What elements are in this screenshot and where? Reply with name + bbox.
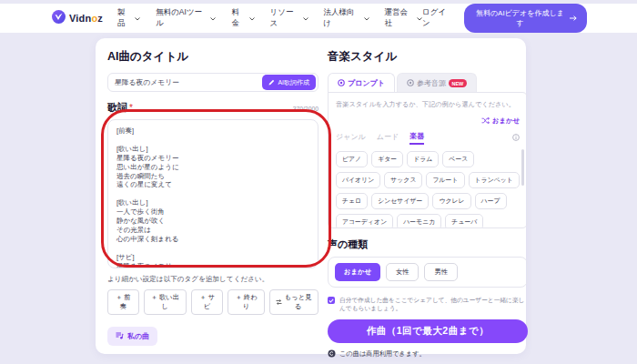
chip-row: チェロ シンセサイザー ウクレレ ハープ bbox=[336, 193, 520, 209]
song-title-input[interactable]: 星降る夜のメモリー AI歌詞作成 bbox=[107, 73, 318, 92]
chip-harmonica[interactable]: ハーモニカ bbox=[397, 214, 441, 228]
style-tabs: プロンプト 参考音源 NEW bbox=[328, 73, 528, 93]
more-tags-button[interactable]: もっと見る bbox=[269, 289, 318, 315]
brand-name: Vidnoz bbox=[69, 13, 103, 24]
nav-item-pricing[interactable]: 料金 bbox=[231, 7, 254, 29]
commercial-use-icon bbox=[328, 349, 336, 359]
voice-option-male[interactable]: 男性 bbox=[424, 263, 458, 281]
chip-violin[interactable]: バイオリン bbox=[336, 172, 380, 188]
nav-item-label: リソース bbox=[270, 7, 300, 29]
chip-tuba[interactable]: チューバ bbox=[445, 214, 483, 228]
random-style-link[interactable]: おまかせ bbox=[336, 116, 520, 126]
compose-button[interactable]: 作曲（1回で最大2曲まで） bbox=[328, 319, 528, 343]
style-column: 音楽スタイル プロンプト 参考音源 NEW 音楽スタイルを入力するか、下記の例か… bbox=[328, 49, 528, 343]
nav-item-label: 無料のAIツール bbox=[156, 7, 207, 29]
playlist-icon bbox=[116, 332, 124, 341]
cta-label: 無料のAIビデオを作成します bbox=[474, 8, 566, 28]
chip-piano[interactable]: ピアノ bbox=[336, 151, 368, 167]
song-title-heading: AI曲のタイトル bbox=[107, 49, 318, 65]
share-checkbox[interactable] bbox=[328, 297, 335, 304]
commercial-note: この曲は商用利用できます。 bbox=[339, 349, 426, 359]
chip-flute[interactable]: フルート bbox=[426, 172, 464, 188]
tag-outro-button[interactable]: ＋ 終わり bbox=[228, 289, 265, 315]
nav-item-label: 運営会社 bbox=[385, 7, 415, 29]
tab-prompt[interactable]: プロンプト bbox=[328, 73, 395, 93]
lyrics-header: 歌詞 * 370/2000 bbox=[107, 101, 318, 115]
nav-item-label: 製品 bbox=[117, 7, 132, 29]
chip-harp[interactable]: ハープ bbox=[475, 193, 507, 209]
music-style-heading: 音楽スタイル bbox=[328, 49, 528, 65]
tag-intro-button[interactable]: ＋ 前奏 bbox=[107, 289, 139, 315]
chevron-down-icon bbox=[210, 14, 216, 23]
tag-chorus-button[interactable]: ＋ サビ bbox=[191, 289, 223, 315]
nav-menu: 製品 無料のAIツール 料金 リソース 法人様向け 運営会社 bbox=[117, 7, 422, 29]
login-link[interactable]: ログイン bbox=[422, 7, 453, 29]
structure-tags: ＋ 前奏 ＋ 歌い出し ＋ サビ ＋ 終わり もっと見る bbox=[107, 289, 318, 315]
tab-prompt-label: プロンプト bbox=[348, 78, 385, 88]
chips-scrollbar[interactable] bbox=[521, 149, 524, 186]
nav-item-label: 法人様向け bbox=[324, 7, 361, 29]
more-tags-label: もっと見る bbox=[284, 293, 312, 311]
tab-instruments[interactable]: 楽器 bbox=[410, 131, 424, 145]
create-ai-video-button[interactable]: 無料のAIビデオを作成します bbox=[464, 4, 587, 33]
chip-row: ピアノ ギター ドラム ベース bbox=[336, 151, 520, 167]
chevron-down-icon bbox=[135, 14, 140, 23]
category-tabs: ジャンル ムード 楽器 bbox=[336, 131, 520, 145]
tab-genre[interactable]: ジャンル bbox=[336, 132, 366, 144]
arrow-right-icon bbox=[570, 15, 577, 23]
lyrics-column: AI曲のタイトル 星降る夜のメモリー AI歌詞作成 歌詞 * 370/2000 … bbox=[107, 49, 318, 343]
style-panel: 音楽スタイルを入力するか、下記の例から選んでください。 おまかせ ジャンル ムー… bbox=[328, 92, 528, 228]
char-counter: 370/2000 bbox=[293, 106, 318, 112]
chevron-down-icon bbox=[249, 14, 255, 23]
lyrics-label: 歌詞 bbox=[107, 101, 127, 115]
lyrics-textarea[interactable]: [前奏] [歌い出し] 星降る夜のメモリー 思い出が星のように 過去の瞬間たち … bbox=[107, 119, 318, 268]
target-dot-icon bbox=[338, 79, 345, 88]
chip-row: アコーディオン ハーモニカ チューバ bbox=[336, 214, 520, 228]
tag-verse-button[interactable]: ＋ 歌い出し bbox=[144, 289, 187, 315]
shuffle-icon bbox=[481, 117, 490, 126]
brand-logo[interactable]: Vidnoz bbox=[52, 10, 103, 27]
nav-item-products[interactable]: 製品 bbox=[117, 7, 140, 29]
share-row: 自分で作成した曲をここでシェアして、他のユーザーと一緒に楽しんでもらいましょう。 bbox=[328, 296, 528, 313]
page: Vidnoz 製品 無料のAIツール 料金 リソース 法人様向け bbox=[0, 0, 637, 364]
nav-item-company[interactable]: 運営会社 bbox=[385, 7, 423, 29]
navbar: Vidnoz 製品 無料のAIツール 料金 リソース 法人様向け bbox=[0, 4, 637, 33]
share-note: 自分で作成した曲をここでシェアして、他のユーザーと一緒に楽しんでもらいましょう。 bbox=[339, 296, 528, 313]
composer-card: AI曲のタイトル 星降る夜のメモリー AI歌詞作成 歌詞 * 370/2000 … bbox=[96, 38, 526, 354]
random-style-label: おまかせ bbox=[492, 116, 520, 126]
chip-trumpet[interactable]: トランペット bbox=[469, 172, 520, 188]
nav-item-business[interactable]: 法人様向け bbox=[324, 7, 369, 29]
nav-right: ログイン 無料のAIビデオを作成します bbox=[422, 4, 587, 33]
new-badge: NEW bbox=[449, 79, 467, 87]
ai-lyrics-button[interactable]: AI歌詞作成 bbox=[262, 75, 316, 90]
vidnoz-logo-icon bbox=[52, 10, 66, 27]
chip-accordion[interactable]: アコーディオン bbox=[336, 214, 393, 228]
nav-item-resources[interactable]: リソース bbox=[270, 7, 308, 29]
tab-reference-label: 参考音源 bbox=[417, 78, 446, 88]
pencil-icon bbox=[268, 79, 275, 86]
ai-lyrics-label: AI歌詞作成 bbox=[278, 78, 309, 87]
voice-option-auto[interactable]: おまかせ bbox=[335, 263, 380, 281]
target-dot-icon bbox=[407, 79, 414, 88]
tab-mood[interactable]: ムード bbox=[377, 132, 399, 144]
chip-bass[interactable]: ベース bbox=[442, 151, 474, 167]
chip-synth[interactable]: シンセサイザー bbox=[371, 193, 429, 209]
song-title-value: 星降る夜のメモリー bbox=[115, 77, 262, 87]
voice-option-female[interactable]: 女性 bbox=[386, 263, 420, 281]
voice-type-heading: 声の種類 bbox=[328, 238, 528, 251]
my-songs-label: 私の曲 bbox=[127, 331, 149, 341]
instrument-chips: ピアノ ギター ドラム ベース バイオリン サックス フルート トランペット チ… bbox=[336, 151, 520, 228]
info-circle-icon[interactable] bbox=[512, 134, 520, 143]
chip-guitar[interactable]: ギター bbox=[371, 151, 403, 167]
nav-item-free-ai-tools[interactable]: 無料のAIツール bbox=[156, 7, 216, 29]
chip-drums[interactable]: ドラム bbox=[407, 151, 439, 167]
expand-icon bbox=[276, 298, 282, 307]
chip-cello[interactable]: チェロ bbox=[336, 193, 368, 209]
chip-ukulele[interactable]: ウクレレ bbox=[432, 193, 470, 209]
chevron-down-icon bbox=[303, 14, 308, 23]
tab-reference-audio[interactable]: 参考音源 NEW bbox=[397, 73, 477, 93]
my-songs-button[interactable]: 私の曲 bbox=[107, 327, 157, 346]
chip-row: バイオリン サックス フルート トランペット bbox=[336, 172, 520, 188]
chip-sax[interactable]: サックス bbox=[384, 172, 422, 188]
style-input-placeholder[interactable]: 音楽スタイルを入力するか、下記の例から選んでください。 bbox=[336, 100, 520, 109]
